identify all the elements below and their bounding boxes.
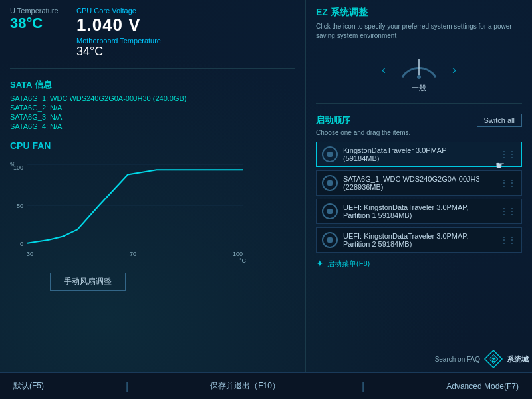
switch-all-button[interactable]: Switch all (477, 114, 522, 127)
chart-draw-area (27, 164, 243, 247)
boot-title: 启动顺序 (316, 114, 350, 126)
sata-item-1: SATA6G_1: WDC WDS240G2G0A-00JH30 (240.0G… (10, 94, 295, 102)
boot-drag-2: ⋮⋮ (500, 178, 516, 188)
ez-title: EZ 系统调整 (316, 7, 522, 19)
fan-chart-svg (27, 164, 243, 247)
right-panel: EZ 系统调整 Click the icon to specify your p… (306, 0, 532, 399)
svg-point-3 (417, 75, 421, 79)
boot-drag-1: ⋮⋮ (500, 150, 516, 159)
gauge-wrap: 一般 (396, 47, 442, 93)
boot-icon-4 (322, 232, 338, 248)
voltage-block: CPU Core Voltage 1.040 V Motherboard Tem… (76, 7, 295, 59)
search-label: Search on FAQ (435, 356, 480, 363)
boot-icon-3 (322, 203, 338, 219)
top-section: U Temperature 38°C CPU Core Voltage 1.04… (10, 7, 295, 69)
boot-header: 启动顺序 Switch all (316, 114, 522, 127)
boot-icon-1 (322, 146, 338, 162)
chart-y-ticks: 100 50 0 (10, 164, 23, 247)
y-tick-100: 100 (10, 164, 23, 171)
fan-chart: % 100 50 0 (10, 154, 249, 267)
fan-manual-button[interactable]: 手动风扇调整 (50, 273, 126, 291)
mb-temp-label: Motherboard Temperature (76, 37, 295, 45)
watermark: Search on FAQ Z 系统城 (435, 349, 529, 369)
boot-desc: Choose one and drag the items. (316, 129, 522, 136)
fan-title: CPU FAN (10, 140, 295, 151)
x-tick-30: 30 (27, 251, 33, 257)
boot-item-3[interactable]: UEFI: KingstonDataTraveler 3.0PMAP,Parti… (316, 199, 522, 224)
boot-icon-inner-4 (327, 237, 332, 243)
chart-x-unit: °C (239, 257, 246, 264)
ez-section: EZ 系统调整 Click the icon to specify your p… (316, 7, 522, 104)
y-tick-50: 50 (10, 203, 23, 209)
sata-item-2: SATA6G_2: N/A (10, 104, 295, 112)
boot-drag-3: ⋮⋮ (500, 207, 516, 216)
boot-menu[interactable]: ✦ 启动菜单(F8) (316, 258, 522, 269)
boot-text-2: SATA6G_1: WDC WDS240G2G0A-00JH3(228936MB… (343, 175, 495, 191)
bottom-bar: 默认(F5) | 保存并退出（F10） | Advanced Mode(F7) (0, 372, 532, 399)
boot-menu-icon: ✦ (316, 258, 324, 269)
watermark-brand: 系统城 (507, 354, 529, 364)
svg-text:Z: Z (492, 357, 495, 363)
separator-2: | (362, 380, 364, 392)
boot-drag-4: ⋮⋮ (500, 235, 516, 245)
watermark-text: Search on FAQ (435, 356, 480, 363)
mb-temp-value: 34°C (76, 45, 295, 59)
main-layout: U Temperature 38°C CPU Core Voltage 1.04… (0, 0, 532, 399)
boot-icon-inner-2 (327, 180, 332, 186)
gauge-svg (396, 47, 442, 80)
boot-item-1[interactable]: KingstonDataTraveler 3.0PMAP(59184MB) ⋮⋮… (316, 142, 522, 167)
gauge-right-arrow[interactable]: › (452, 63, 456, 77)
diamond-logo-svg: Z (483, 349, 503, 369)
cpu-temp-value: 38°C (10, 15, 63, 32)
sata-section: SATA 信息 SATA6G_1: WDC WDS240G2G0A-00JH30… (10, 79, 295, 130)
gauge-left-arrow[interactable]: ‹ (382, 63, 386, 77)
ez-desc: Click the icon to specify your preferred… (316, 22, 522, 41)
default-button[interactable]: 默认(F5) (13, 380, 44, 392)
gauge-container: ‹ 一般 › (316, 47, 522, 93)
boot-text-3: UEFI: KingstonDataTraveler 3.0PMAP,Parti… (343, 203, 495, 219)
sata-title: SATA 信息 (10, 79, 295, 91)
boot-icon-2 (322, 175, 338, 191)
gauge-label: 一般 (396, 83, 442, 93)
sata-item-3: SATA6G_3: N/A (10, 113, 295, 121)
voltage-label: CPU Core Voltage (76, 7, 295, 15)
boot-text-4: UEFI: KingstonDataTraveler 3.0PMAP,Parti… (343, 232, 495, 248)
cpu-temp-label: U Temperature (10, 7, 63, 15)
sata-item-4: SATA6G_4: N/A (10, 122, 295, 130)
fan-section: CPU FAN % 100 50 0 (10, 140, 295, 291)
voltage-value: 1.040 V (76, 15, 295, 35)
boot-icon-inner-1 (327, 152, 332, 157)
separator-1: | (126, 380, 128, 392)
cpu-temp-block: U Temperature 38°C (10, 7, 63, 59)
boot-menu-text: 启动菜单(F8) (327, 259, 370, 269)
x-tick-70: 70 (130, 251, 136, 257)
advanced-mode-button[interactable]: Advanced Mode(F7) (446, 382, 519, 391)
save-exit-button[interactable]: 保存并退出（F10） (210, 380, 280, 392)
boot-icon-inner-3 (327, 209, 332, 214)
boot-item-4[interactable]: UEFI: KingstonDataTraveler 3.0PMAP,Parti… (316, 227, 522, 253)
chart-x-ticks: 30 70 100 (27, 251, 243, 257)
x-tick-100: 100 (233, 251, 243, 257)
boot-item-2[interactable]: SATA6G_1: WDC WDS240G2G0A-00JH3(228936MB… (316, 170, 522, 196)
boot-text-1: KingstonDataTraveler 3.0PMAP(59184MB) (343, 146, 495, 162)
y-tick-0: 0 (10, 241, 23, 247)
left-panel: U Temperature 38°C CPU Core Voltage 1.04… (0, 0, 306, 399)
